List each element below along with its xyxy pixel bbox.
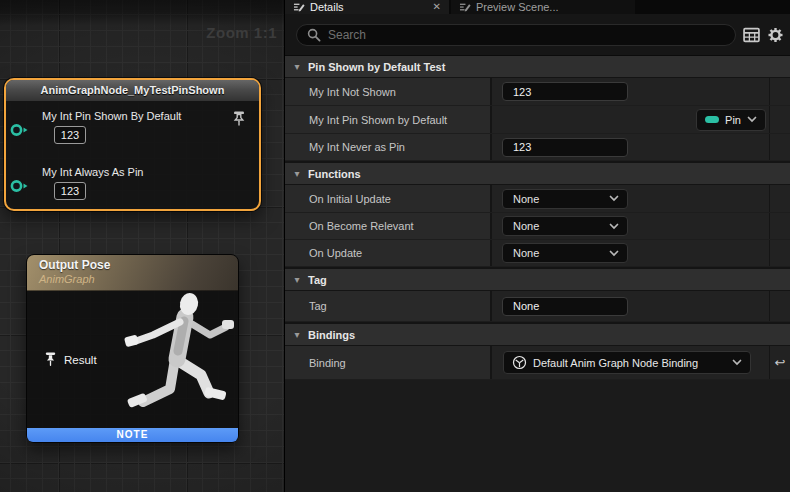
my-int-never-as-pin-input[interactable]: 123 — [502, 138, 628, 157]
property-row: My Int Never as Pin 123 — [285, 134, 790, 161]
details-tab-icon — [293, 2, 305, 13]
property-row: On Update None — [285, 240, 790, 267]
property-label: On Become Relevant — [285, 213, 490, 239]
pin-pill-icon — [705, 116, 719, 123]
pose-pin-icon — [43, 351, 58, 368]
output-pose-title: Output Pose — [39, 258, 238, 272]
graph-editor-canvas[interactable]: Zoom 1:1 AnimGraphNode_MyTestPinShown My… — [0, 0, 284, 492]
search-input[interactable]: Search — [296, 24, 736, 46]
property-rows: ▾ Pin Shown by Default Test My Int Not S… — [285, 56, 790, 492]
display-filter-grid-icon[interactable] — [743, 27, 760, 43]
chevron-down-icon — [609, 250, 619, 257]
pin-label: My Int Pin Shown By Default — [42, 110, 181, 122]
category-pin-shown-by-default-test[interactable]: ▾ Pin Shown by Default Test — [285, 56, 790, 78]
anim-graph-node[interactable]: AnimGraphNode_MyTestPinShown My Int Pin … — [4, 78, 261, 211]
panel-tab-bar: Details ✕ Preview Scene... — [285, 0, 790, 14]
binding-dropdown[interactable]: Default Anim Graph Node Binding — [503, 351, 751, 374]
output-pose-header[interactable]: Output Pose AnimGraph — [27, 255, 238, 291]
zoom-level-label: Zoom 1:1 — [206, 24, 277, 41]
chevron-down-icon[interactable]: ▾ — [289, 329, 305, 340]
property-row: My Int Pin Shown by Default Pin — [285, 106, 790, 134]
chevron-down-icon — [747, 116, 757, 123]
output-pose-node[interactable]: Output Pose AnimGraph — [26, 254, 239, 443]
pin-dropdown[interactable]: Pin — [696, 109, 766, 131]
property-row: Tag None — [285, 291, 790, 322]
tag-input[interactable]: None — [502, 297, 628, 316]
property-label: My Int Never as Pin — [285, 134, 490, 160]
property-row: On Initial Update None — [285, 185, 790, 213]
unreal-editor-window: Zoom 1:1 AnimGraphNode_MyTestPinShown My… — [0, 0, 790, 492]
chevron-down-icon[interactable]: ▾ — [289, 168, 305, 179]
details-toolbar: Search — [285, 14, 790, 56]
details-empty-area — [285, 380, 790, 492]
category-tag[interactable]: ▾ Tag — [285, 269, 790, 291]
node-title[interactable]: AnimGraphNode_MyTestPinShown — [6, 80, 259, 102]
property-row: My Int Not Shown 123 — [285, 78, 790, 106]
close-icon[interactable]: ✕ — [433, 2, 441, 12]
property-label: Binding — [285, 346, 490, 379]
property-row: Binding Default Anim Graph Node Binding — [285, 346, 790, 380]
details-panel: Details ✕ Preview Scene... Search — [284, 0, 790, 492]
chevron-down-icon — [732, 359, 742, 366]
output-pose-body: Result — [27, 291, 238, 428]
result-pose-pin[interactable]: Result — [43, 351, 97, 368]
on-update-dropdown[interactable]: None — [502, 243, 628, 263]
pin-value-input[interactable]: 123 — [54, 182, 86, 200]
on-initial-update-dropdown[interactable]: None — [502, 189, 628, 209]
tab-preview-scene[interactable]: Preview Scene... — [451, 0, 635, 14]
pin-value-input[interactable]: 123 — [54, 126, 86, 144]
gear-icon[interactable] — [767, 27, 784, 43]
on-become-relevant-dropdown[interactable]: None — [502, 216, 628, 236]
tab-label: Preview Scene... — [476, 1, 559, 13]
chevron-down-icon — [609, 195, 619, 202]
property-label: Tag — [285, 291, 490, 321]
chevron-down-icon — [609, 223, 619, 230]
search-placeholder: Search — [328, 28, 366, 42]
property-label: On Update — [285, 240, 490, 266]
property-label: On Initial Update — [285, 185, 490, 212]
note-banner[interactable]: NOTE — [27, 428, 238, 442]
int-pin-icon[interactable] — [10, 179, 30, 193]
pin-tack-icon[interactable] — [231, 110, 247, 128]
property-row: On Become Relevant None — [285, 213, 790, 240]
preview-scene-tab-icon — [459, 2, 471, 13]
output-pose-subtitle: AnimGraph — [39, 273, 238, 285]
category-bindings[interactable]: ▾ Bindings — [285, 324, 790, 346]
int-pin-icon[interactable] — [10, 123, 30, 137]
tab-label: Details — [310, 1, 344, 13]
result-pin-label: Result — [64, 354, 97, 366]
tab-details[interactable]: Details ✕ — [285, 0, 449, 14]
binding-sphere-icon — [512, 355, 527, 370]
search-icon — [307, 28, 321, 42]
pin-label: My Int Always As Pin — [42, 166, 143, 178]
category-functions[interactable]: ▾ Functions — [285, 163, 790, 185]
reset-to-default-icon[interactable]: ↩ — [775, 356, 786, 369]
chevron-down-icon[interactable]: ▾ — [289, 274, 305, 285]
chevron-down-icon[interactable]: ▾ — [289, 61, 305, 72]
my-int-not-shown-input[interactable]: 123 — [502, 82, 628, 101]
property-label: My Int Pin Shown by Default — [285, 106, 490, 133]
property-label: My Int Not Shown — [285, 78, 490, 105]
